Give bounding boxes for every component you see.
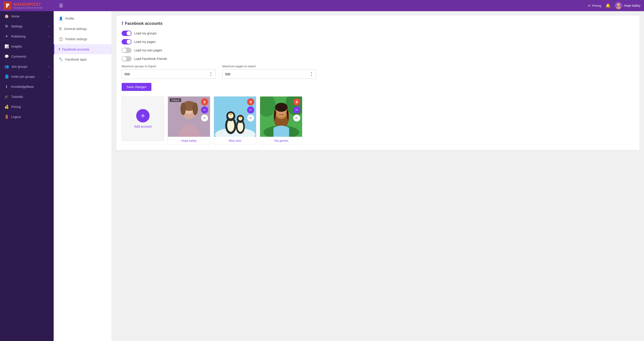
insights-icon: 📊 [4, 44, 8, 48]
settings-wiso-button[interactable]: ✏ [247, 114, 254, 122]
sidebar-item-tutorials[interactable]: 🎓 Tutorials [0, 92, 54, 102]
profile-icon: 👤 [59, 16, 63, 20]
delete-hope-button[interactable]: 🗑 [201, 98, 208, 105]
sidebar-label-settings: Settings [11, 24, 22, 28]
spin-up-btn[interactable]: ▲ [209, 71, 213, 74]
settings-hope-button[interactable]: ✏ [201, 114, 208, 122]
account-card-wiso[interactable]: 🗑 ✏ ✏ Wiso anis [214, 96, 256, 145]
toggle-load-pages-switch[interactable] [122, 39, 132, 44]
max-groups-input[interactable] [124, 72, 209, 76]
content-card: f Facebook accounts Load my groups [116, 16, 640, 150]
notification-bell[interactable]: 🔔 [606, 3, 610, 8]
toggle-load-own-pages: Load my own pages [122, 48, 634, 53]
svg-point-3 [617, 3, 620, 6]
user-menu[interactable]: Hope bailey [615, 2, 640, 9]
svg-point-22 [240, 117, 241, 118]
toggle-load-groups-switch[interactable] [122, 31, 132, 36]
avatar [615, 2, 622, 9]
publish-settings-icon: 📋 [59, 37, 63, 41]
title-text: Facebook accounts [125, 21, 162, 26]
navbar-pricing-link[interactable]: 🏷 Pricing [588, 4, 601, 7]
sidebar-item-logout[interactable]: 🚪 Logout [0, 112, 54, 122]
user-name: Hope bailey [624, 4, 640, 7]
facebook-apps-icon: 🔧 [59, 57, 63, 61]
edit-hope-button[interactable]: ✏ [201, 106, 208, 113]
sidebar-item-home[interactable]: 🏠 Home [0, 11, 54, 21]
secondary-item-profile[interactable]: 👤 Profile [54, 13, 112, 24]
toggle-load-own-pages-switch[interactable] [122, 48, 132, 53]
sidebar-item-pricing[interactable]: 💰 Pricing [0, 102, 54, 112]
spin-pages-down-btn[interactable]: ▼ [310, 74, 313, 77]
secondary-item-facebook-apps[interactable]: 🔧 Facebook apps [54, 54, 112, 65]
save-changes-button[interactable]: Save changes [122, 83, 152, 91]
secondary-sidebar: 👤 Profile ☰ General settings 📋 Publish s… [54, 11, 112, 341]
edit-tita-button[interactable]: ✏ [293, 106, 300, 113]
settings-icon: ⚙ [4, 24, 8, 28]
add-account-card[interactable]: + Add account [122, 96, 164, 141]
svg-point-9 [180, 103, 186, 115]
delete-tita-button[interactable]: 🗑 [293, 98, 300, 105]
logout-icon: 🚪 [4, 115, 8, 119]
max-pages-input[interactable] [225, 72, 310, 76]
publishing-icon: ✈ [4, 34, 8, 38]
chevron-right-icon-invite: ‹ [48, 75, 49, 78]
account-card-hope[interactable]: Default 🗑 ✏ ✏ Hope bailey [168, 96, 210, 145]
tita-actions: 🗑 ✏ ✏ [293, 98, 300, 122]
max-pages-input-wrapper: ▲ ▼ [222, 69, 316, 79]
add-account-label: Add account [134, 125, 152, 128]
app-wrapper: 🏠 Home ⚙ Settings ‹ ✈ Publishing ‹ 📊 Ins… [0, 11, 644, 341]
sidebar-label-insights: Insights [11, 45, 22, 48]
sidebar-label-home: Home [11, 14, 20, 18]
delete-wiso-button[interactable]: 🗑 [247, 98, 254, 105]
toggle-own-thumb [122, 48, 126, 52]
default-badge: Default [170, 98, 181, 102]
toggle-load-friends-switch[interactable] [122, 56, 132, 61]
secondary-label-profile: Profile [65, 17, 74, 20]
secondary-label-publish: Publish settings [65, 37, 87, 41]
toggle-load-groups-label: Load my groups [134, 31, 156, 35]
navbar-toggle[interactable]: ☰ [59, 3, 63, 8]
sidebar-label-kb: KnowledgeBase [11, 85, 34, 88]
secondary-item-facebook-accounts[interactable]: f Facebook accounts [54, 44, 112, 54]
sidebar-item-insights[interactable]: 📊 Insights [0, 41, 54, 51]
page-title: f Facebook accounts [122, 21, 634, 26]
primary-sidebar: 🏠 Home ⚙ Settings ‹ ✈ Publishing ‹ 📊 Ins… [0, 11, 54, 341]
sidebar-item-join-groups[interactable]: 👥 Join groups ‹ [0, 61, 54, 71]
svg-point-32 [275, 103, 288, 112]
pricing-sidebar-icon: 💰 [4, 105, 8, 109]
sidebar-label-pricing: Pricing [11, 105, 21, 109]
secondary-label-fb-apps: Facebook apps [65, 58, 87, 61]
brand: MAHERPOST FACEBOOK GROUP POSTER [4, 1, 57, 9]
svg-point-19 [238, 122, 243, 132]
max-pages-label: Maximum pages to import [222, 65, 316, 68]
svg-point-14 [227, 119, 234, 132]
spin-down-btn[interactable]: ▼ [209, 74, 213, 77]
import-fields-row: Maximum groups to import ▲ ▼ Maximum pag… [122, 65, 634, 79]
main-content: 👤 Profile ☰ General settings 📋 Publish s… [54, 11, 644, 341]
toggle-load-friends-label: Load Facebook Friends [134, 57, 167, 60]
sidebar-item-publishing[interactable]: ✈ Publishing ‹ [0, 31, 54, 41]
max-pages-spinner: ▲ ▼ [310, 71, 313, 77]
tita-name: Tita gomes [260, 137, 302, 145]
tutorials-icon: 🎓 [4, 94, 8, 99]
sidebar-item-settings[interactable]: ⚙ Settings ‹ [0, 21, 54, 31]
invite-icon: 📘 [4, 74, 8, 79]
content-area: f Facebook accounts Load my groups [112, 11, 644, 341]
spin-pages-up-btn[interactable]: ▲ [310, 71, 313, 74]
sidebar-label-invite: Invite join groups [11, 75, 35, 78]
toggle-friends-thumb [122, 56, 126, 61]
settings-tita-button[interactable]: ✏ [293, 114, 300, 122]
account-card-tita[interactable]: 🗑 ✏ ✏ Tita gomes [260, 96, 302, 145]
toggle-load-pages-label: Load my pages [134, 40, 156, 43]
hope-actions: 🗑 ✏ ✏ [201, 98, 208, 122]
sidebar-item-comments[interactable]: 💬 Comments [0, 51, 54, 61]
sidebar-item-knowledgebase[interactable]: ℹ KnowledgeBase [0, 81, 54, 92]
secondary-item-publish-settings[interactable]: 📋 Publish settings [54, 34, 112, 44]
edit-wiso-button[interactable]: ✏ [247, 106, 254, 113]
toggle-load-friends: Load Facebook Friends [122, 56, 634, 61]
chevron-right-icon-join: ‹ [48, 65, 49, 68]
sidebar-item-invite-join-groups[interactable]: 📘 Invite join groups ‹ [0, 71, 54, 81]
brand-logo [4, 1, 12, 9]
secondary-item-general-settings[interactable]: ☰ General settings [54, 24, 112, 34]
pricing-label: Pricing [592, 4, 601, 7]
